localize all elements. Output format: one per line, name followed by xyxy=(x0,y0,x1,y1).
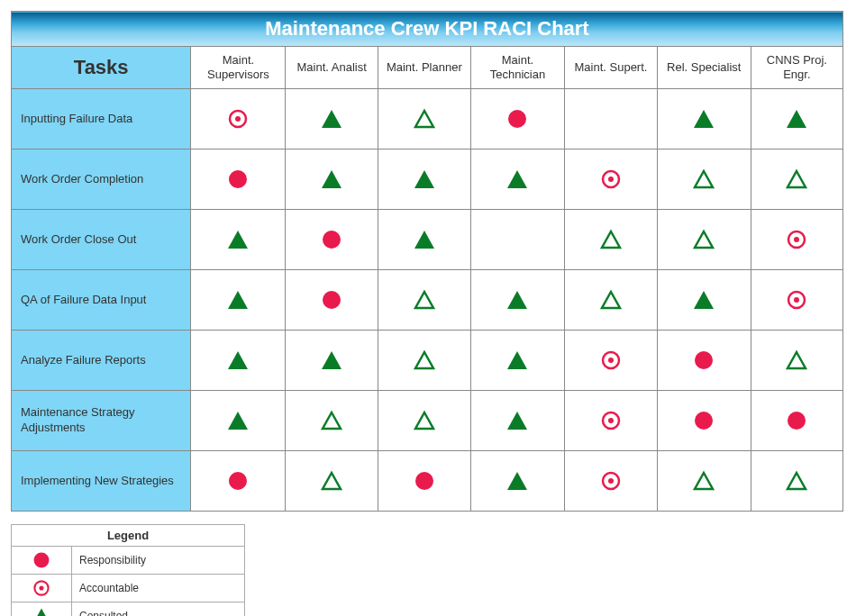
svg-marker-32 xyxy=(415,352,433,368)
svg-point-35 xyxy=(608,358,614,363)
informed-icon xyxy=(566,288,656,312)
task-label: Work Order Completion xyxy=(12,149,191,210)
svg-marker-31 xyxy=(322,351,341,369)
svg-point-45 xyxy=(788,412,806,430)
svg-marker-52 xyxy=(695,473,713,489)
raci-cell xyxy=(751,451,842,512)
raci-cell xyxy=(657,149,751,210)
task-row: QA of Failure Data Input xyxy=(12,270,843,331)
consulted-icon xyxy=(472,409,563,432)
task-label: Analyze Failure Reports xyxy=(12,331,191,391)
svg-point-36 xyxy=(695,351,713,369)
role-header-3: Maint. Technician xyxy=(470,47,564,89)
consulted-icon xyxy=(472,168,563,191)
task-label: Maintenance Strategy Adjustments xyxy=(12,391,191,451)
task-row: Work Order Close Out xyxy=(12,210,843,270)
informed-icon xyxy=(752,349,842,372)
consulted-icon xyxy=(287,168,376,191)
responsibility-icon xyxy=(752,409,842,432)
accountable-icon xyxy=(566,409,656,432)
task-row: Inputting Failure Data xyxy=(12,89,843,149)
responsibility-icon xyxy=(287,288,376,312)
svg-marker-37 xyxy=(788,352,806,368)
svg-point-48 xyxy=(415,472,433,490)
consulted-icon xyxy=(287,349,376,372)
responsibility-icon xyxy=(659,409,750,432)
raci-cell xyxy=(286,210,378,270)
svg-point-7 xyxy=(229,170,247,188)
svg-marker-39 xyxy=(323,412,341,429)
raci-cell xyxy=(378,89,470,149)
consulted-icon xyxy=(472,349,563,372)
raci-cell xyxy=(286,89,378,149)
raci-cell xyxy=(657,270,751,331)
raci-cell xyxy=(657,210,751,270)
accountable-icon xyxy=(752,288,842,312)
svg-point-1 xyxy=(235,116,241,122)
raci-cell xyxy=(565,149,658,210)
svg-marker-18 xyxy=(602,231,620,248)
svg-point-23 xyxy=(323,291,341,309)
raci-cell xyxy=(470,210,564,270)
consulted-icon xyxy=(379,168,469,191)
svg-marker-10 xyxy=(507,170,527,188)
informed-icon xyxy=(752,168,842,191)
legend-row: Accountable xyxy=(12,575,245,602)
raci-cell xyxy=(751,391,842,451)
role-header-5: Rel. Specialist xyxy=(657,47,751,89)
raci-cell xyxy=(657,451,751,512)
raci-cell xyxy=(565,210,658,270)
role-header-4: Maint. Supert. xyxy=(565,47,658,89)
task-row: Implementing New Strategies xyxy=(12,451,843,512)
responsibility-icon xyxy=(192,168,284,191)
task-label: Inputting Failure Data xyxy=(12,89,191,149)
consulted-icon xyxy=(12,602,72,617)
raci-cell xyxy=(378,331,470,391)
informed-icon xyxy=(287,469,376,493)
raci-cell xyxy=(378,149,470,210)
informed-icon xyxy=(659,469,750,493)
raci-cell xyxy=(657,89,751,149)
responsibility-icon xyxy=(659,349,750,372)
svg-marker-26 xyxy=(602,292,620,308)
svg-marker-57 xyxy=(33,609,50,616)
consulted-icon xyxy=(192,409,284,432)
svg-marker-8 xyxy=(322,170,341,188)
svg-marker-38 xyxy=(228,412,248,430)
accountable-icon xyxy=(752,228,842,251)
tasks-column-header: Tasks xyxy=(12,47,191,89)
informed-icon xyxy=(566,228,656,251)
informed-icon xyxy=(752,469,842,493)
consulted-icon xyxy=(472,469,563,493)
svg-point-29 xyxy=(794,297,799,303)
accountable-icon xyxy=(12,575,72,602)
raci-cell xyxy=(191,391,286,451)
raci-cell xyxy=(657,391,751,451)
informed-icon xyxy=(287,409,376,432)
svg-marker-41 xyxy=(507,412,527,430)
consulted-icon xyxy=(192,228,284,251)
legend-table: Legend ResponsibilityAccountableConsulte… xyxy=(11,524,245,616)
raci-cell xyxy=(378,270,470,331)
responsibility-icon xyxy=(287,228,376,251)
accountable-icon xyxy=(566,349,656,372)
raci-cell xyxy=(470,89,564,149)
raci-cell xyxy=(191,451,286,512)
accountable-icon xyxy=(192,107,284,131)
role-header-2: Maint. Planner xyxy=(378,47,470,89)
informed-icon xyxy=(379,288,469,312)
raci-cell xyxy=(286,331,378,391)
svg-marker-24 xyxy=(415,292,433,308)
raci-cell xyxy=(191,210,286,270)
raci-cell xyxy=(191,270,286,331)
responsibility-icon xyxy=(379,469,469,493)
svg-marker-19 xyxy=(695,231,713,248)
raci-cell xyxy=(286,451,378,512)
raci-cell xyxy=(565,391,658,451)
raci-cell xyxy=(751,89,842,149)
svg-marker-15 xyxy=(228,231,248,249)
task-label: QA of Failure Data Input xyxy=(12,270,191,331)
informed-icon xyxy=(659,228,750,251)
raci-cell xyxy=(470,331,564,391)
svg-marker-3 xyxy=(415,111,433,127)
